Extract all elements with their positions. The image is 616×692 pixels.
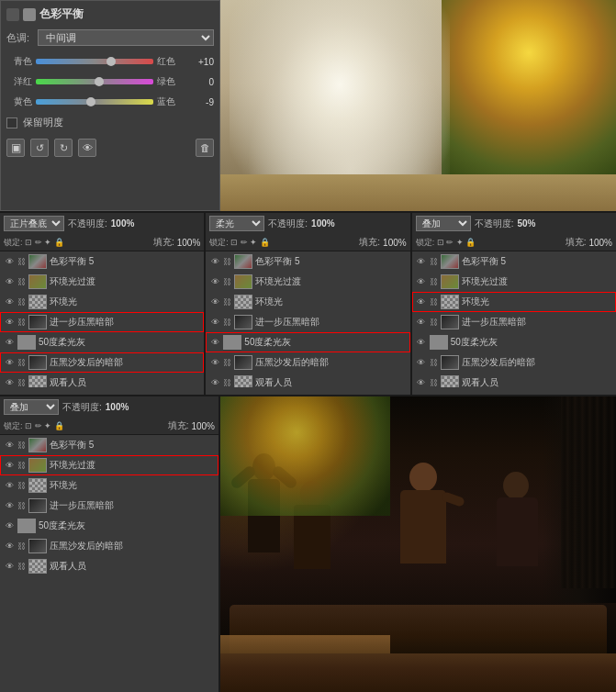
layer-name: 进一步压黑暗部 xyxy=(50,499,114,512)
blend-select-3[interactable]: 叠加 xyxy=(416,216,471,231)
slider2-thumb[interactable] xyxy=(95,77,104,86)
layer-name: 50度柔光灰 xyxy=(39,336,85,349)
layer-item-highlighted[interactable]: 👁 ⛓ 压黑沙发后的暗部 xyxy=(0,352,204,373)
footer-btn-delete[interactable]: 🗑 xyxy=(196,139,214,157)
eye-icon[interactable]: 👁 xyxy=(4,357,15,368)
footer-btn-rotate[interactable]: ↺ xyxy=(30,139,49,157)
eye-icon[interactable]: 👁 xyxy=(4,337,15,348)
blend-select-2[interactable]: 柔光 xyxy=(209,216,264,231)
layer-thumb xyxy=(234,295,252,309)
layer-item[interactable]: 👁 50度柔光灰 xyxy=(0,332,204,352)
eye-icon[interactable]: 👁 xyxy=(4,296,15,307)
footer-btn-redo[interactable]: ↻ xyxy=(54,139,73,157)
layer-item-highlighted[interactable]: 👁 ⛓ 环境光 xyxy=(412,292,616,312)
panel-footer: ▣ ↺ ↻ 👁 🗑 xyxy=(6,139,214,157)
layer-item[interactable]: 👁 ⛓ 观看人员 xyxy=(206,373,409,387)
layer-thumb xyxy=(28,498,47,513)
layer-item[interactable]: 👁 ⛓ 色彩平衡 5 xyxy=(412,251,616,272)
layer-item[interactable]: 👁 ⛓ 进一步压黑暗部 xyxy=(412,312,616,332)
slider3-track[interactable] xyxy=(36,99,153,105)
layer-item[interactable]: 👁 ⛓ 环境光过渡 xyxy=(412,272,616,292)
eye-icon[interactable]: 👁 xyxy=(209,377,220,387)
eye-icon[interactable]: 👁 xyxy=(416,317,427,328)
layer-item-highlighted[interactable]: 👁 ⛓ 进一步压黑暗部 xyxy=(0,312,204,332)
slider-group-1: 青色 红色 +10 xyxy=(6,55,214,68)
layer-item[interactable]: 👁 ⛓ 色彩平衡 5 xyxy=(0,435,218,455)
footer-btn-eye[interactable]: 👁 xyxy=(78,139,96,157)
layer-item[interactable]: 👁 ⛓ 环境光 xyxy=(206,292,409,312)
eye-icon[interactable]: 👁 xyxy=(209,357,220,368)
blend-select-bottom[interactable]: 叠加 xyxy=(4,399,59,415)
layer-name: 观看人员 xyxy=(50,560,86,573)
layer-thumb xyxy=(28,295,47,309)
slider3-left-label: 黄色 xyxy=(6,95,32,108)
eye-icon[interactable]: 👁 xyxy=(4,440,15,451)
chain-icon: ⛓ xyxy=(430,277,438,286)
eye-icon[interactable]: 👁 xyxy=(209,296,220,307)
slider1-thumb[interactable] xyxy=(106,57,116,66)
slider1-value: +10 xyxy=(186,57,214,67)
slider-group-2: 洋红 绿色 0 xyxy=(6,75,214,88)
bottom-section: 叠加 不透明度: 100% 锁定: ⊡ ✏ ✦ 🔒 填充: 100% 👁 ⛓ 色… xyxy=(0,395,616,692)
eye-icon[interactable]: 👁 xyxy=(4,256,15,267)
layer-item[interactable]: 👁 ⛓ 色彩平衡 5 xyxy=(206,251,409,272)
layer-item-highlighted[interactable]: 👁 50度柔光灰 xyxy=(206,332,409,352)
fill-value-3: 100% xyxy=(588,238,612,248)
layer-item[interactable]: 👁 ⛓ 环境光 xyxy=(0,475,218,496)
layer-item[interactable]: 👁 ⛓ 压黑沙发后的暗部 xyxy=(206,352,409,373)
eye-icon[interactable]: 👁 xyxy=(416,337,427,348)
layer-item-highlighted[interactable]: 👁 ⛓ 环境光过渡 xyxy=(0,455,218,475)
blend-select-1[interactable]: 正片叠底 xyxy=(4,216,64,231)
layer-item[interactable]: 👁 50度柔光灰 xyxy=(412,332,616,352)
layer-thumb xyxy=(28,559,47,574)
tone-select[interactable]: 中间调 阴影 高光 xyxy=(38,29,214,46)
eye-icon[interactable]: 👁 xyxy=(416,377,427,387)
eye-icon[interactable]: 👁 xyxy=(416,276,427,287)
layer-item[interactable]: 👁 ⛓ 进一步压黑暗部 xyxy=(206,312,409,332)
layer-item[interactable]: 👁 50度柔光灰 xyxy=(0,516,218,536)
eye-icon[interactable]: 👁 xyxy=(4,520,15,531)
slider1-track[interactable] xyxy=(36,59,153,64)
slider3-thumb[interactable] xyxy=(86,97,95,106)
layer-thumb xyxy=(441,375,459,387)
eye-icon[interactable]: 👁 xyxy=(4,500,15,511)
eye-icon[interactable]: 👁 xyxy=(4,317,15,328)
slider2-track[interactable] xyxy=(36,79,153,84)
preserve-checkbox[interactable] xyxy=(6,117,17,128)
layer-name: 进一步压黑暗部 xyxy=(50,316,114,329)
eye-icon[interactable]: 👁 xyxy=(4,541,15,552)
layer-item[interactable]: 👁 ⛓ 色彩平衡 5 xyxy=(0,251,204,272)
opacity-value-1: 100% xyxy=(111,218,135,229)
layer-thumb xyxy=(28,355,47,370)
eye-icon[interactable]: 👁 xyxy=(4,276,15,287)
eye-icon[interactable]: 👁 xyxy=(4,460,15,471)
eye-icon[interactable]: 👁 xyxy=(209,256,220,267)
eye-icon[interactable]: 👁 xyxy=(416,357,427,368)
layer-item[interactable]: 👁 ⛓ 环境光 xyxy=(0,292,204,312)
eye-icon[interactable]: 👁 xyxy=(416,296,427,307)
footer-btn-mask[interactable]: ▣ xyxy=(6,139,25,157)
layer-item[interactable]: 👁 ⛓ 观看人员 xyxy=(0,373,204,387)
layer-name: 进一步压黑暗部 xyxy=(255,316,319,329)
slider2-value: 0 xyxy=(186,77,214,87)
slider1-right-label: 红色 xyxy=(157,55,183,68)
eye-icon[interactable]: 👁 xyxy=(4,561,15,572)
layer-item[interactable]: 👁 ⛓ 观看人员 xyxy=(412,373,616,387)
layer-item[interactable]: 👁 ⛓ 观看人员 xyxy=(0,556,218,576)
eye-icon[interactable]: 👁 xyxy=(209,337,220,348)
opacity-label-2: 不透明度: xyxy=(268,218,308,230)
layer-thumb xyxy=(223,335,241,350)
layer-item[interactable]: 👁 ⛓ 进一步压黑暗部 xyxy=(0,496,218,516)
eye-icon[interactable]: 👁 xyxy=(209,317,220,328)
eye-icon[interactable]: 👁 xyxy=(4,480,15,491)
layer-thumb xyxy=(28,539,47,553)
chain-icon: ⛓ xyxy=(430,358,438,367)
eye-icon[interactable]: 👁 xyxy=(209,276,220,287)
layer-item[interactable]: 👁 ⛓ 环境光过渡 xyxy=(206,272,409,292)
chain-icon: ⛓ xyxy=(17,318,26,327)
layer-item[interactable]: 👁 ⛓ 压黑沙发后的暗部 xyxy=(412,352,616,373)
eye-icon[interactable]: 👁 xyxy=(4,377,15,387)
layer-item[interactable]: 👁 ⛓ 环境光过渡 xyxy=(0,272,204,292)
layer-item[interactable]: 👁 ⛓ 压黑沙发后的暗部 xyxy=(0,536,218,556)
eye-icon[interactable]: 👁 xyxy=(416,256,427,267)
